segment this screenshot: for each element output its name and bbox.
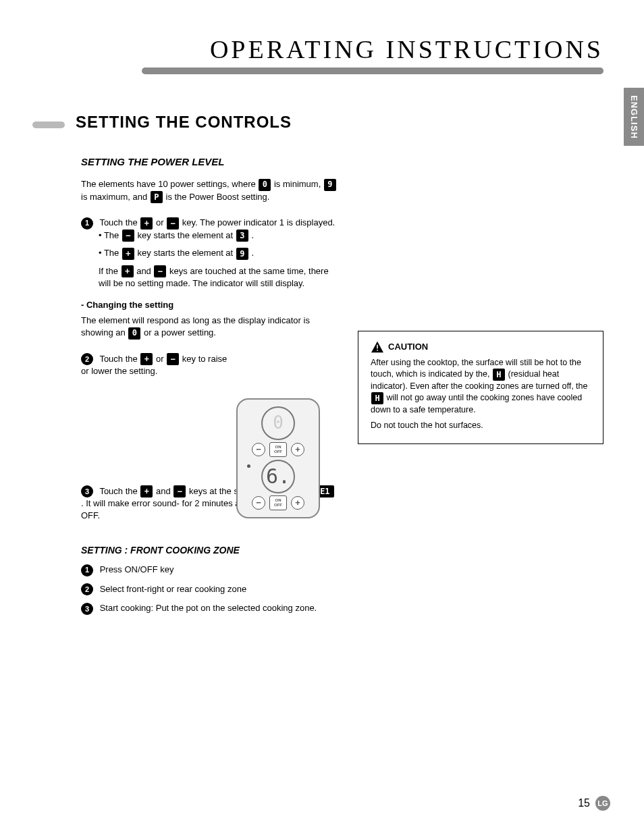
svg-rect-1 (377, 345, 378, 349)
warning-triangle-icon (371, 341, 384, 353)
on-off-button[interactable]: ON OFF (269, 442, 287, 457)
plus-key-icon: + (140, 485, 153, 497)
step-number-2-icon: 2 (81, 353, 93, 365)
digit-nine-icon: 9 (236, 248, 248, 260)
language-tab: ENGLISH (624, 88, 644, 146)
off-label: OFF (274, 503, 282, 508)
action-2: 2 Select front-right or rear cooking zon… (81, 583, 338, 596)
action-1: 1 Press ON/OFF key (81, 564, 338, 576)
minus-key-icon: − (167, 353, 179, 365)
plus-key-icon: + (122, 265, 134, 277)
text: will not go away until the cooking zones… (371, 393, 582, 414)
caution-label: CAUTION (388, 341, 428, 353)
text: or (156, 354, 166, 364)
text: Press ON/OFF key (100, 564, 174, 574)
caution-box: CAUTION After using the cooktop, the sur… (358, 331, 603, 444)
text: Touch the (99, 217, 140, 227)
digit-three-icon: 3 (236, 230, 248, 242)
minus-key-icon: − (173, 485, 186, 497)
text: or (156, 217, 166, 227)
letter-h-icon: H (493, 369, 505, 381)
text: key starts the element at (138, 230, 236, 240)
letter-p-icon: P (151, 191, 163, 203)
intro-paragraph: The elements have 10 power settings, whe… (81, 178, 338, 203)
text: or a power setting. (144, 327, 216, 338)
text: key starts the element at (138, 248, 236, 258)
digit-nine-icon: 9 (324, 179, 336, 191)
plus-button[interactable]: + (291, 443, 304, 456)
text: key. The power indicator 1 is displayed. (182, 217, 335, 227)
text: Touch the (99, 354, 140, 364)
step-number-1-icon: 1 (81, 564, 93, 576)
on-off-button[interactable]: ON OFF (269, 495, 287, 510)
on-label: ON (275, 445, 281, 450)
step-1: 1 Touch the + or − key. The power indica… (81, 217, 338, 290)
control-row-upper: − ON OFF + (252, 442, 304, 457)
text: is maximum, and (81, 192, 150, 202)
step-number-3-icon: 3 (81, 485, 93, 497)
step-number-1-icon: 1 (81, 217, 93, 230)
text: Touch the (99, 486, 140, 496)
plus-key-icon: + (140, 217, 153, 230)
minus-key-icon: − (154, 265, 166, 277)
text: Start cooking: Put the pot on the select… (100, 603, 317, 613)
text: If the (99, 266, 121, 276)
text: and (156, 486, 173, 496)
control-row-lower: − ON OFF + (252, 495, 304, 510)
text: Do not touch the hot surfaces. (371, 420, 591, 431)
changing-setting-title: - Changing the setting (81, 299, 338, 311)
header-rule (142, 68, 603, 74)
text: is the Power Boost setting. (166, 192, 270, 202)
on-label: ON (275, 498, 281, 503)
changing-setting-intro: The element will respond as long as the … (81, 315, 338, 339)
text: The elements have 10 power settings, whe… (81, 179, 256, 189)
page-number: 15 (578, 796, 590, 811)
minus-button[interactable]: − (252, 496, 265, 510)
actions-subheading: SETTING : FRONT COOKING ZONE (81, 544, 338, 557)
svg-rect-2 (377, 350, 378, 351)
text: . (251, 248, 254, 258)
lg-logo-icon: LG (595, 796, 610, 811)
display-lower: 6. (261, 460, 295, 493)
minus-key-icon: − (122, 230, 134, 242)
section-bullet-bar (32, 122, 65, 128)
section-subheading: SETTING THE POWER LEVEL (81, 155, 225, 169)
page-footer: 15 LG (578, 796, 610, 811)
text: • The (99, 230, 122, 240)
minus-key-icon: − (167, 217, 179, 230)
plus-button[interactable]: + (291, 496, 304, 510)
digit-zero-icon: 0 (259, 179, 271, 191)
caution-heading: CAUTION (371, 341, 591, 353)
minus-button[interactable]: − (252, 443, 265, 456)
action-3: 3 Start cooking: Put the pot on the sele… (81, 602, 338, 615)
display-upper: 0 (261, 406, 295, 440)
step-number-2-icon: 2 (81, 583, 93, 595)
digit-zero-icon: 0 (128, 327, 140, 340)
step-2: 2 Touch the + or − key to raise or lower… (81, 353, 230, 377)
step-number-3-icon: 3 (81, 603, 93, 615)
plus-key-icon: + (140, 353, 153, 365)
off-label: OFF (274, 450, 282, 454)
control-panel-figure: 0 − ON OFF + 6. − ON OFF + (236, 398, 320, 518)
text: . (251, 230, 254, 240)
section-heading: SETTING THE CONTROLS (76, 111, 292, 133)
page-title: OPERATING INSTRUCTIONS (210, 32, 603, 67)
text: Select front-right or rear cooking zone (100, 584, 247, 594)
plus-key-icon: + (122, 248, 134, 260)
indicator-dot-icon (247, 464, 250, 468)
text: and (136, 266, 153, 276)
letter-h-icon: H (371, 392, 383, 404)
caution-body: After using the cooktop, the surface wil… (371, 357, 591, 431)
text: is minimum, (274, 179, 323, 189)
text: • The (99, 248, 122, 258)
